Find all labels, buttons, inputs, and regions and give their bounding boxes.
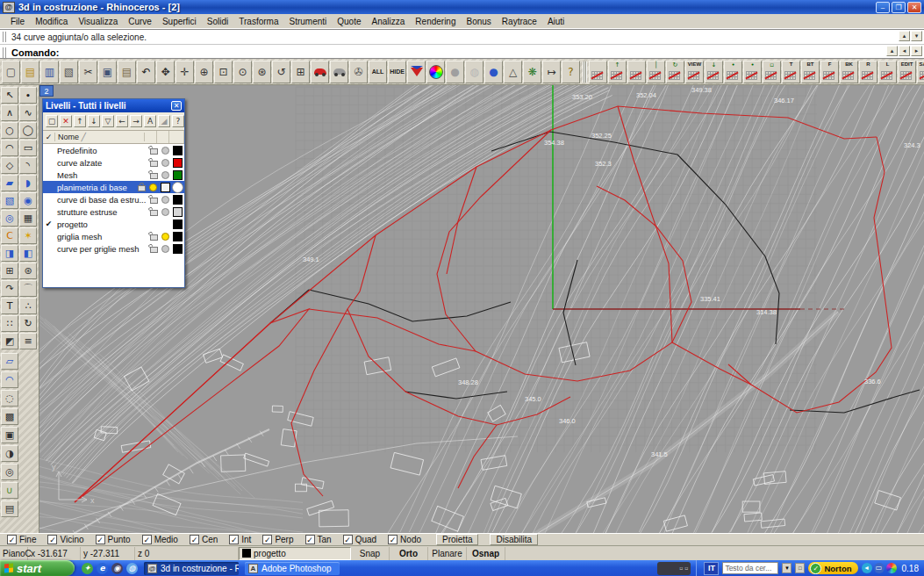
cplane-top-button[interactable]: ↑ xyxy=(608,61,627,83)
cplane-view-button[interactable]: VIEW xyxy=(685,61,704,83)
cplane-bt-button[interactable]: BT xyxy=(801,61,820,83)
layers-panel-titlebar[interactable]: Livelli - Tutti i livelli ✕ xyxy=(43,99,184,112)
tray-back-icon[interactable]: ◂ xyxy=(862,563,872,573)
open-file-button[interactable]: ▤ xyxy=(21,61,39,83)
osnap-punto-checkbox[interactable]: ✓ xyxy=(96,535,105,544)
tray-search-button[interactable]: □ xyxy=(795,563,805,573)
render-button[interactable] xyxy=(311,61,329,83)
osnap-vicino[interactable]: ✓Vicino xyxy=(47,535,83,544)
cplane-point-button[interactable]: • xyxy=(724,61,742,83)
status-pane-osnap[interactable]: Osnap xyxy=(467,547,505,560)
layer-color-cell[interactable] xyxy=(171,207,184,217)
color-wheel-button[interactable] xyxy=(426,61,445,83)
layer-bulb-cell[interactable] xyxy=(160,208,171,216)
layer-color-cell[interactable] xyxy=(171,146,184,155)
menu-solidi[interactable]: Solidi xyxy=(202,15,233,28)
surface-revolve-button[interactable]: ◎ xyxy=(1,210,18,227)
tray-search-input[interactable]: Testo da cer... xyxy=(722,562,778,574)
select-arrow-button[interactable]: ↖ xyxy=(1,87,18,104)
rendered-view-button[interactable]: ● xyxy=(484,61,503,83)
norton-badge[interactable]: ✓ Norton xyxy=(808,562,857,574)
extend-curve-button[interactable]: ↷ xyxy=(1,280,18,297)
layer-color-cell[interactable] xyxy=(171,170,184,180)
menu-visualizza[interactable]: Visualizza xyxy=(73,15,123,28)
rotate-view-button[interactable]: ✛ xyxy=(175,61,194,83)
osnap-punto[interactable]: ✓Punto xyxy=(96,535,131,544)
history-scroll-down-button[interactable]: ▾ xyxy=(911,31,922,41)
language-indicator[interactable]: IT xyxy=(704,562,719,575)
zoom-extents-button[interactable]: ⊛ xyxy=(253,61,271,83)
layer-current-check[interactable]: ✔ xyxy=(43,220,54,228)
dimension-tool-button[interactable]: ↦ xyxy=(542,61,561,83)
surface-curved-button[interactable]: ◗ xyxy=(19,175,37,191)
layer-color-cell[interactable] xyxy=(171,244,184,254)
sort-layers-button[interactable]: ◢ xyxy=(158,115,170,127)
status-pane-planare[interactable]: Planare xyxy=(428,547,467,560)
cplane-object-button[interactable]: • xyxy=(743,61,762,83)
layer-bulb-cell[interactable] xyxy=(160,196,171,204)
tray-display-icon[interactable]: ▭ xyxy=(874,563,885,573)
filter-layers-button[interactable]: ▽ xyxy=(102,115,114,127)
layer-color-cell[interactable] xyxy=(171,232,184,241)
extrude-surface-button[interactable]: ▱ xyxy=(1,353,18,370)
layers-header[interactable]: ✓ Nome ╱ xyxy=(43,131,184,144)
history-scroll-up-button[interactable]: ▴ xyxy=(899,31,910,41)
command-spin-button[interactable]: ▴ xyxy=(886,46,898,56)
layer-row[interactable]: curve per griglie mesh xyxy=(43,242,184,255)
delete-layer-button[interactable]: ✕ xyxy=(60,115,72,127)
cplane-save-button[interactable]: SAVE xyxy=(917,61,924,83)
notes-button[interactable]: ▤ xyxy=(1,500,18,517)
media-player-icon[interactable]: ◉ xyxy=(111,563,123,574)
menu-aiuti[interactable]: Aiuti xyxy=(542,15,569,28)
cplane-world-button[interactable] xyxy=(589,61,607,83)
layer-row[interactable]: Mesh xyxy=(43,169,184,181)
command-grip-2[interactable] xyxy=(2,47,8,58)
osnap-vicino-checkbox[interactable]: ✓ xyxy=(47,535,57,544)
browser-icon[interactable]: ◍ xyxy=(126,563,138,574)
command-left-button[interactable]: ◂ xyxy=(899,46,910,56)
osnap-quad-checkbox[interactable]: ✓ xyxy=(343,535,353,544)
menu-curve[interactable]: Curve xyxy=(123,15,157,28)
surface-plane-button[interactable]: ▰ xyxy=(1,175,18,191)
settings-gears-button[interactable]: ❋ xyxy=(523,61,541,83)
layer-lock-cell[interactable] xyxy=(148,207,160,216)
cplane-l-button[interactable]: L xyxy=(878,61,897,83)
menu-analizza[interactable]: Analizza xyxy=(367,15,411,28)
minimize-button[interactable]: – xyxy=(876,2,890,13)
loft-button[interactable]: ◠ xyxy=(1,371,18,388)
layer-lock-cell[interactable] xyxy=(148,232,160,241)
command-input[interactable] xyxy=(62,47,920,58)
point-cloud-button[interactable]: ∴ xyxy=(19,298,37,314)
layer-lock-cell[interactable] xyxy=(148,195,160,204)
point-button[interactable]: ∙ xyxy=(19,87,37,104)
osnap-perp-checkbox[interactable]: ✓ xyxy=(262,535,272,544)
fillet-curve-button[interactable]: ⌒ xyxy=(19,280,37,297)
tray-color-icon[interactable] xyxy=(886,563,897,573)
new-layer-button[interactable]: ▢ xyxy=(46,115,58,127)
ghosted-view-button[interactable]: ◍ xyxy=(465,61,483,83)
osnap-medio[interactable]: ✓Medio xyxy=(142,535,178,544)
osnap-perp[interactable]: ✓Perp xyxy=(262,535,293,544)
select-all-button[interactable]: ALL xyxy=(369,61,387,83)
layer-row[interactable]: griglia mesh xyxy=(43,230,184,242)
curve-interpolate-button[interactable]: ∿ xyxy=(19,104,37,121)
current-layer-field[interactable]: progetto xyxy=(239,547,351,560)
solid-box-button[interactable]: ▧ xyxy=(1,192,18,209)
layers-header-name[interactable]: Nome ╱ xyxy=(55,133,145,141)
menu-modifica[interactable]: Modifica xyxy=(30,15,73,28)
osnap-nodo[interactable]: ✓Nodo xyxy=(388,535,421,544)
restore-button[interactable]: ❐ xyxy=(892,2,906,13)
viewport-tab[interactable]: 2 xyxy=(39,85,54,97)
osnap-tan-checkbox[interactable]: ✓ xyxy=(305,535,315,544)
tray-search-dropdown[interactable]: ▼ xyxy=(782,563,791,573)
layer-bulb-cell[interactable] xyxy=(147,184,159,191)
cplane-edit-button[interactable]: EDIT xyxy=(898,61,916,83)
text-tool-button[interactable]: T xyxy=(1,298,18,314)
distribute-button[interactable]: ≡ xyxy=(19,333,37,349)
save-button[interactable]: ▥ xyxy=(40,61,59,83)
cplane-f-button[interactable]: F xyxy=(820,61,839,83)
cut-button[interactable]: ✂ xyxy=(79,61,97,83)
osnap-cen-checkbox[interactable]: ✓ xyxy=(190,535,199,544)
new-file-button[interactable]: ▢ xyxy=(2,61,20,83)
collapse-layers-button[interactable]: ← xyxy=(116,115,128,127)
